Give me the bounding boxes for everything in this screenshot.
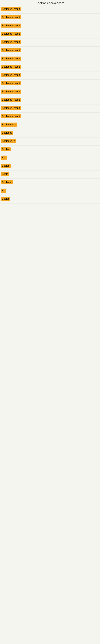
site-header: TheBottlenecker.com <box>0 0 100 6</box>
bottleneck-item-8: Bottleneck result <box>0 63 100 72</box>
bottleneck-badge-19[interactable]: Bot <box>1 156 7 160</box>
bottleneck-item-3: Bottleneck result <box>0 22 100 30</box>
bottleneck-item-4: Bottleneck result <box>0 30 100 38</box>
bottleneck-item-13: Bottleneck result <box>0 104 100 113</box>
bottleneck-badge-21[interactable]: Bottle <box>1 172 9 176</box>
bottleneck-badge-15[interactable]: Bottleneck re <box>1 122 17 126</box>
bottleneck-badge-14[interactable]: Bottleneck result <box>1 114 21 118</box>
bottleneck-badge-2[interactable]: Bottleneck result <box>1 15 21 19</box>
bottleneck-badge-5[interactable]: Bottleneck result <box>1 40 21 44</box>
bottleneck-badge-23[interactable]: Bo <box>1 188 6 192</box>
bottleneck-badge-22[interactable]: Bottlenec <box>1 180 13 184</box>
bottleneck-item-6: Bottleneck result <box>0 47 100 55</box>
bottleneck-item-2: Bottleneck result <box>0 14 100 22</box>
bottleneck-item-14: Bottleneck result <box>0 113 100 121</box>
bottleneck-badge-4[interactable]: Bottleneck result <box>1 32 21 36</box>
items-list: Bottleneck resultBottleneck resultBottle… <box>0 6 100 204</box>
bottleneck-item-5: Bottleneck result <box>0 38 100 47</box>
site-title: TheBottlenecker.com <box>0 0 100 6</box>
bottleneck-item-22: Bottlenec <box>0 179 100 187</box>
bottleneck-item-12: Bottleneck result <box>0 96 100 104</box>
bottleneck-item-21: Bottle <box>0 170 100 179</box>
bottleneck-badge-1[interactable]: Bottleneck result <box>1 7 21 11</box>
bottleneck-badge-11[interactable]: Bottleneck result <box>1 90 21 94</box>
bottleneck-item-20: Bottlen <box>0 162 100 170</box>
page-container: TheBottlenecker.com Bottleneck resultBot… <box>0 0 100 204</box>
bottleneck-badge-8[interactable]: Bottleneck result <box>1 65 21 69</box>
bottleneck-badge-10[interactable]: Bottleneck result <box>1 81 21 85</box>
bottleneck-badge-3[interactable]: Bottleneck result <box>1 24 21 28</box>
bottleneck-item-7: Bottleneck result <box>0 55 100 63</box>
bottleneck-item-17: Bottleneck r <box>0 138 100 146</box>
bottleneck-item-23: Bo <box>0 187 100 195</box>
bottleneck-badge-12[interactable]: Bottleneck result <box>1 98 21 102</box>
bottleneck-badge-24[interactable]: Bottler <box>1 197 10 201</box>
bottleneck-badge-7[interactable]: Bottleneck result <box>1 56 21 60</box>
bottleneck-badge-6[interactable]: Bottleneck result <box>1 48 21 52</box>
bottleneck-item-18: Bottlen <box>0 146 100 154</box>
bottleneck-item-16: Bottlenec <box>0 129 100 138</box>
bottleneck-item-11: Bottleneck result <box>0 88 100 96</box>
bottleneck-badge-17[interactable]: Bottleneck r <box>1 139 16 143</box>
bottleneck-item-9: Bottleneck result <box>0 72 100 80</box>
bottleneck-item-1: Bottleneck result <box>0 6 100 14</box>
bottleneck-badge-20[interactable]: Bottlen <box>1 164 11 168</box>
bottleneck-item-15: Bottleneck re <box>0 121 100 129</box>
bottleneck-item-10: Bottleneck result <box>0 80 100 88</box>
bottleneck-badge-18[interactable]: Bottlen <box>1 147 11 151</box>
bottleneck-item-24: Bottler <box>0 195 100 204</box>
bottleneck-badge-16[interactable]: Bottlenec <box>1 131 13 135</box>
bottleneck-badge-13[interactable]: Bottleneck result <box>1 106 21 110</box>
bottleneck-item-19: Bot <box>0 154 100 162</box>
bottleneck-badge-9[interactable]: Bottleneck result <box>1 73 21 77</box>
